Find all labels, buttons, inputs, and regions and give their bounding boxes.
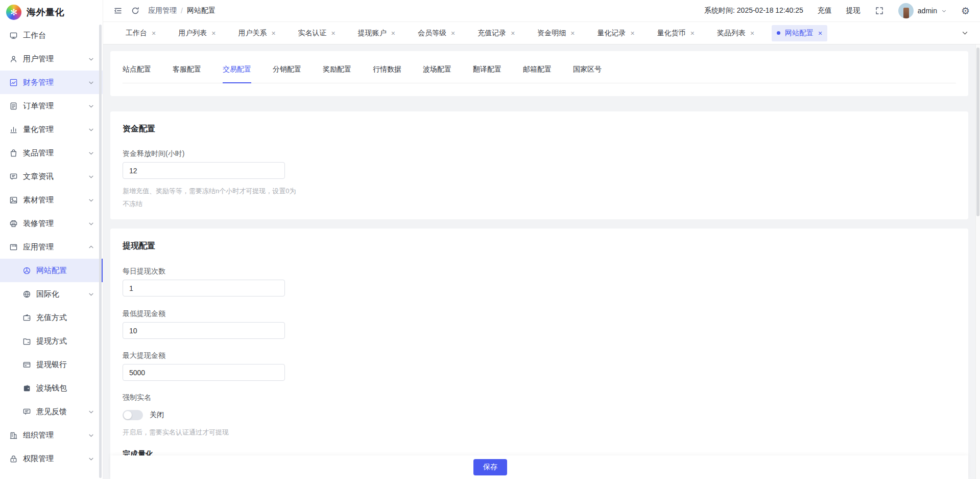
close-icon[interactable]: × xyxy=(511,30,515,37)
chevron-down-icon xyxy=(88,432,94,439)
sidebar: 海外量化 工作台 用户管理 财务管理 订单管理 量化管理 xyxy=(0,0,103,479)
sidebar-item-withdraw-method[interactable]: 提现方式 xyxy=(0,329,103,353)
avatar[interactable] xyxy=(898,3,914,18)
tab-prize-list[interactable]: 奖品列表× xyxy=(712,25,759,41)
tab-user-list[interactable]: 用户列表× xyxy=(173,25,221,41)
close-icon[interactable]: × xyxy=(690,30,695,37)
sidebar-item-organization[interactable]: 组织管理 xyxy=(0,423,103,447)
main-scrollbar-thumb[interactable] xyxy=(976,48,979,216)
chevron-down-icon xyxy=(88,56,94,62)
close-icon[interactable]: × xyxy=(391,30,395,37)
monitor-icon xyxy=(9,31,18,40)
tab-withdraw-account[interactable]: 提现账户× xyxy=(353,25,400,41)
close-icon[interactable]: × xyxy=(750,30,754,37)
sidebar-scrollbar[interactable] xyxy=(99,25,102,478)
active-dot-icon xyxy=(777,31,780,35)
tab-realname-auth[interactable]: 实名认证× xyxy=(293,25,341,41)
close-icon[interactable]: × xyxy=(818,30,822,37)
brand-name: 海外量化 xyxy=(27,6,64,18)
cfg-tab-country-code[interactable]: 国家区号 xyxy=(573,65,602,83)
sidebar-item-decorate[interactable]: 装修管理 xyxy=(0,212,103,235)
min-withdraw-input[interactable] xyxy=(123,322,285,339)
chevron-down-icon xyxy=(88,220,94,227)
feedback-icon xyxy=(22,407,31,416)
printer-icon xyxy=(9,219,18,228)
breadcrumb-parent[interactable]: 应用管理 xyxy=(148,6,177,15)
close-icon[interactable]: × xyxy=(451,30,455,37)
close-icon[interactable]: × xyxy=(331,30,336,37)
toggle-state-label: 关闭 xyxy=(150,410,164,420)
tab-quant-currency[interactable]: 量化货币× xyxy=(652,25,700,41)
topbar: 应用管理 / 网站配置 系统时间: 2025-02-18 12:40:25 充值… xyxy=(103,0,980,22)
cfg-tab-site[interactable]: 站点配置 xyxy=(123,65,151,83)
chevron-down-icon xyxy=(88,150,94,156)
sidebar-item-site-config[interactable]: 网站配置 xyxy=(0,259,103,282)
withdraw-config-card: 提现配置 每日提现次数 最低提现金额 最大提现金额 强制实名 关闭 开启后，需要… xyxy=(110,229,968,479)
sidebar-item-recharge-method[interactable]: 充值方式 xyxy=(0,306,103,329)
sidebar-item-tron-wallet[interactable]: 波场钱包 xyxy=(0,376,103,400)
chevron-down-icon xyxy=(941,8,947,14)
sidebar-item-finance[interactable]: 财务管理 xyxy=(0,71,103,94)
chevron-down-icon xyxy=(88,455,94,462)
chevron-down-icon xyxy=(88,79,94,86)
close-icon[interactable]: × xyxy=(631,30,635,37)
save-button[interactable]: 保存 xyxy=(473,459,507,475)
sidebar-item-users[interactable]: 用户管理 xyxy=(0,47,103,71)
cfg-tab-distribution[interactable]: 分销配置 xyxy=(273,65,301,83)
gear-icon[interactable]: ⚙ xyxy=(961,6,970,16)
tab-user-relations[interactable]: 用户关系× xyxy=(233,25,280,41)
fund-config-card: 资金配置 资金释放时间(小时) 新增充值、奖励等等，需要冻结n个小时才可提现，设… xyxy=(110,111,968,219)
close-icon[interactable]: × xyxy=(211,30,216,37)
sidebar-item-i18n[interactable]: 国际化 xyxy=(0,282,103,306)
breadcrumb: 应用管理 / 网站配置 xyxy=(148,6,216,15)
sidebar-item-feedback[interactable]: 意见反馈 xyxy=(0,400,103,423)
daily-withdraw-input[interactable] xyxy=(123,280,285,296)
user-menu[interactable]: admin xyxy=(898,3,947,18)
tab-member-level[interactable]: 会员等级× xyxy=(413,25,460,41)
sidebar-item-workbench[interactable]: 工作台 xyxy=(0,24,103,47)
min-withdraw-label: 最低提现金额 xyxy=(123,309,956,318)
sidebar-item-quant[interactable]: 量化管理 xyxy=(0,118,103,141)
globe-icon xyxy=(22,290,31,299)
cfg-tab-email[interactable]: 邮箱配置 xyxy=(523,65,552,83)
sidebar-item-permissions[interactable]: 权限管理 xyxy=(0,447,103,470)
close-icon[interactable]: × xyxy=(271,30,275,37)
sidebar-item-withdraw-bank[interactable]: 提现银行 xyxy=(0,353,103,376)
close-icon[interactable]: × xyxy=(570,30,575,37)
release-time-input[interactable] xyxy=(123,162,285,179)
username: admin xyxy=(918,7,937,15)
cfg-tab-reward[interactable]: 奖励配置 xyxy=(323,65,351,83)
cfg-tab-service[interactable]: 客服配置 xyxy=(173,65,201,83)
sidebar-item-prizes[interactable]: 奖品管理 xyxy=(0,141,103,165)
tab-site-config-active[interactable]: 网站配置× xyxy=(772,25,827,41)
refresh-icon[interactable] xyxy=(131,6,140,15)
org-building-icon xyxy=(9,431,18,440)
close-icon[interactable]: × xyxy=(152,30,156,37)
cfg-tab-tron[interactable]: 波场配置 xyxy=(423,65,451,83)
wallet-filled-icon xyxy=(22,384,31,393)
cfg-tab-trade-active[interactable]: 交易配置 xyxy=(223,65,251,83)
tabbar-chevron-down-icon[interactable] xyxy=(961,29,969,37)
main-scrollbar[interactable] xyxy=(975,44,980,479)
sidebar-item-media[interactable]: 素材管理 xyxy=(0,188,103,212)
tab-quant-records[interactable]: 量化记录× xyxy=(592,25,640,41)
fullscreen-icon[interactable] xyxy=(875,6,884,15)
recharge-link[interactable]: 充值 xyxy=(818,6,832,15)
menu-fold-icon[interactable] xyxy=(113,6,123,15)
tab-fund-details[interactable]: 资金明细× xyxy=(532,25,580,41)
withdraw-link[interactable]: 提现 xyxy=(846,6,861,15)
sidebar-item-articles[interactable]: 文章资讯 xyxy=(0,165,103,188)
chevron-up-icon xyxy=(88,244,94,250)
cfg-tab-translate[interactable]: 翻译配置 xyxy=(473,65,501,83)
sidebar-item-orders[interactable]: 订单管理 xyxy=(0,94,103,118)
force-realname-toggle[interactable] xyxy=(123,410,143,420)
app-icon xyxy=(9,243,18,252)
sidebar-item-apps[interactable]: 应用管理 xyxy=(0,235,103,259)
max-withdraw-input[interactable] xyxy=(123,364,285,381)
tab-recharge-records[interactable]: 充值记录× xyxy=(472,25,520,41)
sidebar-item-partial: ▄▄ ▄▄ xyxy=(22,476,53,479)
tab-workbench[interactable]: 工作台× xyxy=(121,25,161,41)
cfg-tab-market-data[interactable]: 行情数据 xyxy=(373,65,401,83)
chevron-down-icon xyxy=(88,408,94,415)
gift-bag-icon xyxy=(9,149,18,157)
